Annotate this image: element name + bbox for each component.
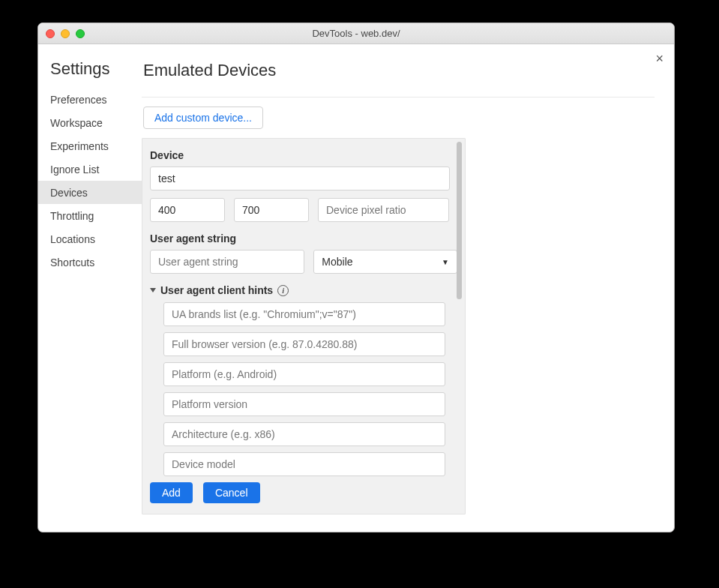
- sidebar-item-devices[interactable]: Devices: [38, 181, 142, 204]
- user-agent-input[interactable]: [150, 250, 304, 274]
- client-hints-label: User agent client hints: [160, 284, 273, 296]
- close-window-button[interactable]: [46, 29, 55, 38]
- device-height-input[interactable]: [234, 198, 309, 222]
- ua-section-label: User agent string: [150, 230, 457, 250]
- device-name-input[interactable]: [150, 166, 450, 190]
- user-agent-type-value: Mobile: [322, 256, 352, 268]
- main-pane: Emulated Devices Add custom device... De…: [142, 44, 674, 532]
- platform-input[interactable]: [163, 362, 445, 386]
- zoom-window-button[interactable]: [76, 29, 85, 38]
- full-browser-version-input[interactable]: [163, 332, 445, 356]
- user-agent-type-select[interactable]: Mobile ▼: [313, 250, 457, 274]
- window-title: DevTools - web.dev/: [38, 28, 674, 39]
- settings-sidebar: Settings Preferences Workspace Experimen…: [38, 44, 142, 532]
- sidebar-item-preferences[interactable]: Preferences: [38, 88, 142, 111]
- device-width-input[interactable]: [150, 198, 225, 222]
- device-editor-form: Device User agent string Mobile ▼: [142, 138, 466, 514]
- scrollbar-thumb[interactable]: [457, 142, 462, 299]
- client-hints-toggle[interactable]: User agent client hints i: [150, 281, 457, 302]
- minimize-window-button[interactable]: [61, 29, 70, 38]
- sidebar-item-ignore-list[interactable]: Ignore List: [38, 158, 142, 181]
- client-hints-group: [150, 302, 457, 476]
- titlebar: DevTools - web.dev/: [38, 23, 674, 44]
- page-title: Emulated Devices: [142, 61, 655, 98]
- sidebar-item-experiments[interactable]: Experiments: [38, 134, 142, 158]
- app-window: DevTools - web.dev/ × Settings Preferenc…: [37, 22, 675, 532]
- sidebar-item-throttling[interactable]: Throttling: [38, 204, 142, 227]
- close-icon[interactable]: ×: [655, 52, 664, 65]
- sidebar-item-workspace[interactable]: Workspace: [38, 111, 142, 134]
- scrollbar[interactable]: [457, 142, 462, 511]
- sidebar-item-shortcuts[interactable]: Shortcuts: [38, 250, 142, 274]
- ua-brands-input[interactable]: [163, 302, 445, 326]
- cancel-button[interactable]: Cancel: [203, 482, 260, 503]
- device-model-input[interactable]: [163, 452, 445, 476]
- info-icon[interactable]: i: [277, 285, 289, 296]
- add-custom-device-button[interactable]: Add custom device...: [143, 106, 263, 129]
- platform-version-input[interactable]: [163, 392, 445, 416]
- architecture-input[interactable]: [163, 422, 445, 446]
- disclosure-triangle-icon: [150, 288, 156, 292]
- add-button[interactable]: Add: [150, 482, 193, 503]
- toolbar: Add custom device...: [142, 98, 674, 138]
- sidebar-title: Settings: [38, 58, 142, 88]
- settings-panel: × Settings Preferences Workspace Experim…: [38, 44, 674, 532]
- sidebar-item-locations[interactable]: Locations: [38, 227, 142, 250]
- device-section-label: Device: [150, 146, 457, 166]
- device-pixel-ratio-input[interactable]: [318, 198, 449, 222]
- window-controls: [38, 29, 85, 38]
- chevron-down-icon: ▼: [442, 258, 449, 266]
